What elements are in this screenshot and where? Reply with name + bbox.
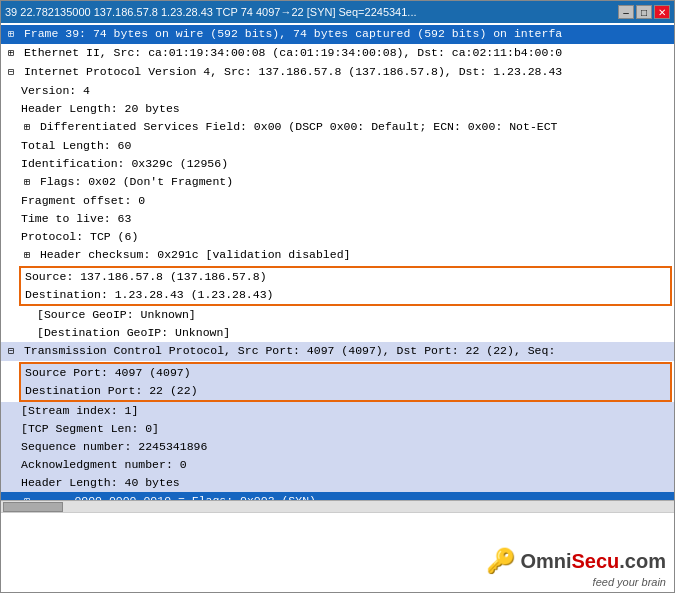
ip-ttl-text: Time to live: 63 [21, 212, 131, 225]
packet-details-panel[interactable]: ⊞ Frame 39: 74 bytes on wire (592 bits),… [1, 23, 674, 500]
tcp-sport-text: Source Port: 4097 (4097) [25, 366, 191, 379]
tcp-flags-row[interactable]: ⊞ .... 0000 0000 0010 = Flags: 0x002 (SY… [1, 492, 674, 500]
ip-id-text: Identification: 0x329c (12956) [21, 157, 228, 170]
ip-header-row[interactable]: ⊟ Internet Protocol Version 4, Src: 137.… [1, 63, 674, 82]
scrollbar-thumb[interactable] [3, 502, 63, 512]
ip-geodst-text: [Destination GeoIP: Unknown] [37, 326, 230, 339]
logo-com: .com [619, 550, 666, 572]
scrollbar-track [1, 502, 674, 512]
ip-frag-text: Fragment offset: 0 [21, 194, 145, 207]
ip-version-text: Version: 4 [21, 84, 90, 97]
logo-main: 🔑 OmniSecu.com [486, 547, 666, 576]
tcp-sport-row[interactable]: Source Port: 4097 (4097) [21, 364, 670, 382]
ip-total-len-text: Total Length: 60 [21, 139, 131, 152]
tcp-dport-text: Destination Port: 22 (22) [25, 384, 198, 397]
tcp-port-box: Source Port: 4097 (4097) Destination Por… [19, 362, 672, 402]
ip-ttl-row[interactable]: Time to live: 63 [1, 210, 674, 228]
ip-src-text: Source: 137.186.57.8 (137.186.57.8) [25, 270, 267, 283]
expand-flags-icon[interactable]: ⊞ [21, 175, 33, 191]
ip-dst-text: Destination: 1.23.28.43 (1.23.28.43) [25, 288, 273, 301]
ip-flags-text: Flags: 0x02 (Don't Fragment) [40, 175, 233, 188]
ip-flags-row[interactable]: ⊞ Flags: 0x02 (Don't Fragment) [1, 173, 674, 192]
horizontal-scrollbar[interactable] [1, 500, 674, 512]
tcp-stream-row[interactable]: [Stream index: 1] [1, 402, 674, 420]
omnisecu-logo: 🔑 OmniSecu.com feed your brain [486, 547, 666, 588]
ip-proto-text: Protocol: TCP (6) [21, 230, 138, 243]
maximize-button[interactable]: □ [636, 5, 652, 19]
tcp-header-text: Transmission Control Protocol, Src Port:… [24, 344, 555, 357]
tcp-hdrlen-row[interactable]: Header Length: 40 bytes [1, 474, 674, 492]
tcp-stream-text: [Stream index: 1] [21, 404, 138, 417]
ip-header-len-text: Header Length: 20 bytes [21, 102, 180, 115]
window-title: 39 22.782135000 137.186.57.8 1.23.28.43 … [5, 6, 618, 18]
expand-tcp-icon[interactable]: ⊟ [5, 344, 17, 360]
ip-dscp-text: Differentiated Services Field: 0x00 (DSC… [40, 120, 558, 133]
tcp-dport-row[interactable]: Destination Port: 22 (22) [21, 382, 670, 400]
content-area: ⊞ Frame 39: 74 bytes on wire (592 bits),… [1, 23, 674, 592]
ip-version-row[interactable]: Version: 4 [1, 82, 674, 100]
ip-proto-row[interactable]: Protocol: TCP (6) [1, 228, 674, 246]
ethernet-text: Ethernet II, Src: ca:01:19:34:00:08 (ca:… [24, 46, 562, 59]
ip-checksum-row[interactable]: ⊞ Header checksum: 0x291c [validation di… [1, 246, 674, 265]
ip-checksum-text: Header checksum: 0x291c [validation disa… [40, 248, 351, 261]
tcp-hdrlen-text: Header Length: 40 bytes [21, 476, 180, 489]
ip-header-text: Internet Protocol Version 4, Src: 137.18… [24, 65, 562, 78]
key-icon: 🔑 [486, 547, 516, 576]
ip-total-len-row[interactable]: Total Length: 60 [1, 137, 674, 155]
logo-secu: Secu [572, 550, 620, 572]
ip-id-row[interactable]: Identification: 0x329c (12956) [1, 155, 674, 173]
ip-dst-row[interactable]: Destination: 1.23.28.43 (1.23.28.43) [21, 286, 670, 304]
tcp-seq-row[interactable]: Sequence number: 2245341896 [1, 438, 674, 456]
tcp-ack-row[interactable]: Acknowledgment number: 0 [1, 456, 674, 474]
tcp-ack-text: Acknowledgment number: 0 [21, 458, 187, 471]
expand-ip-icon[interactable]: ⊟ [5, 65, 17, 81]
ip-geodst-row[interactable]: [Destination GeoIP: Unknown] [1, 324, 674, 342]
minimize-button[interactable]: – [618, 5, 634, 19]
ip-dscp-row[interactable]: ⊞ Differentiated Services Field: 0x00 (D… [1, 118, 674, 137]
ip-geosrc-row[interactable]: [Source GeoIP: Unknown] [1, 306, 674, 324]
title-bar-buttons: – □ ✕ [618, 5, 670, 19]
close-button[interactable]: ✕ [654, 5, 670, 19]
ip-frag-row[interactable]: Fragment offset: 0 [1, 192, 674, 210]
expand-ethernet-icon[interactable]: ⊞ [5, 46, 17, 62]
ip-src-row[interactable]: Source: 137.186.57.8 (137.186.57.8) [21, 268, 670, 286]
logo-tagline: feed your brain [593, 576, 666, 588]
logo-text: OmniSecu.com [520, 550, 666, 573]
tcp-header-row[interactable]: ⊟ Transmission Control Protocol, Src Por… [1, 342, 674, 361]
ip-geosrc-text: [Source GeoIP: Unknown] [37, 308, 196, 321]
expand-frame-icon[interactable]: ⊞ [5, 27, 17, 43]
frame-row[interactable]: ⊞ Frame 39: 74 bytes on wire (592 bits),… [1, 25, 674, 44]
bottom-logo-area: 🔑 OmniSecu.com feed your brain [1, 512, 674, 592]
tcp-seglen-row[interactable]: [TCP Segment Len: 0] [1, 420, 674, 438]
frame-text: Frame 39: 74 bytes on wire (592 bits), 7… [24, 27, 562, 40]
expand-dscp-icon[interactable]: ⊞ [21, 120, 33, 136]
ethernet-row[interactable]: ⊞ Ethernet II, Src: ca:01:19:34:00:08 (c… [1, 44, 674, 63]
expand-checksum-icon[interactable]: ⊞ [21, 248, 33, 264]
logo-omni: Omni [520, 550, 571, 572]
src-dst-box: Source: 137.186.57.8 (137.186.57.8) Dest… [19, 266, 672, 306]
title-bar: 39 22.782135000 137.186.57.8 1.23.28.43 … [1, 1, 674, 23]
tcp-seq-text: Sequence number: 2245341896 [21, 440, 207, 453]
tcp-seglen-text: [TCP Segment Len: 0] [21, 422, 159, 435]
main-window: 39 22.782135000 137.186.57.8 1.23.28.43 … [0, 0, 675, 593]
ip-header-len-row[interactable]: Header Length: 20 bytes [1, 100, 674, 118]
